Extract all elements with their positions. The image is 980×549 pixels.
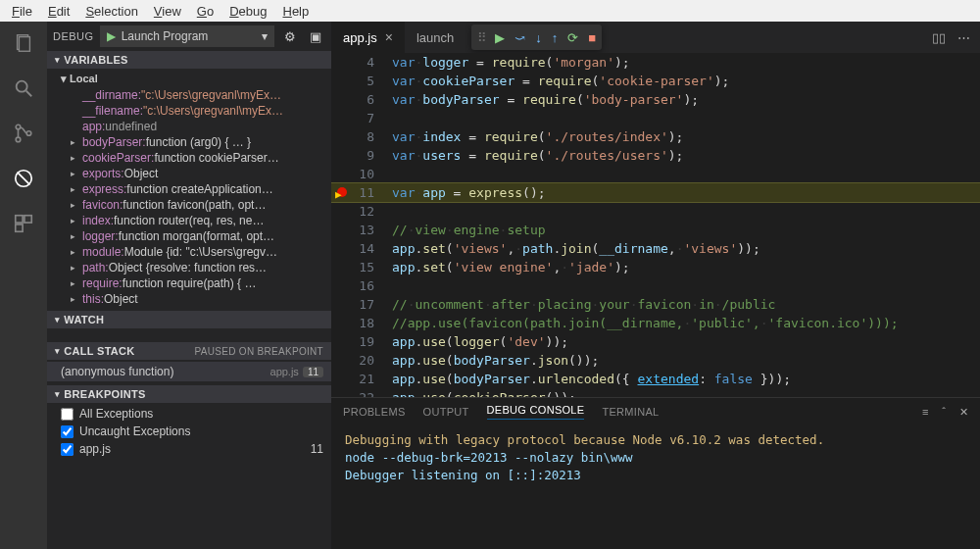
extensions-icon[interactable]	[10, 210, 37, 237]
section-breakpoints[interactable]: ▾BREAKPOINTS	[47, 385, 331, 403]
code-line[interactable]: 17//·uncomment·after·placing·your·favico…	[331, 295, 980, 314]
variable-row[interactable]: app: undefined	[47, 119, 331, 134]
variable-row[interactable]: ▸exports: Object	[47, 166, 331, 181]
stop-icon[interactable]: ■	[588, 30, 596, 45]
drag-handle-icon[interactable]: ⠿	[477, 30, 485, 45]
menu-file[interactable]: File	[4, 2, 40, 21]
breakpoint-checkbox[interactable]	[61, 425, 74, 438]
breakpoint-row[interactable]: Uncaught Exceptions	[47, 423, 331, 440]
panel-tab[interactable]: DEBUG CONSOLE	[487, 404, 585, 420]
close-icon[interactable]: ×	[385, 29, 393, 45]
step-into-icon[interactable]: ↓	[535, 30, 542, 45]
split-editor-icon[interactable]: ▯▯	[932, 30, 946, 45]
variable-row[interactable]: __dirname: "c:\Users\gregvanl\myEx…	[47, 87, 331, 103]
code-line[interactable]: 9var·users = require('./routes/users');	[331, 146, 980, 165]
continue-icon[interactable]: ▶	[495, 30, 505, 45]
panel-close-icon[interactable]: ✕	[959, 406, 968, 419]
variable-row[interactable]: ▸favicon: function favicon(path, opt…	[47, 197, 331, 213]
activity-bar	[0, 22, 47, 549]
svg-rect-1	[19, 37, 29, 52]
step-out-icon[interactable]: ↑	[552, 30, 559, 45]
debug-sidebar: DEBUG ▶ Launch Program ▾ ⚙ ▣ ▾VARIABLES …	[47, 22, 331, 549]
code-line[interactable]: 22app.use(cookieParser());	[331, 388, 980, 397]
search-icon[interactable]	[10, 75, 37, 102]
svg-line-8	[18, 173, 30, 185]
svg-point-6	[26, 131, 31, 136]
scope-local[interactable]: ▾ Local	[47, 71, 331, 87]
code-line[interactable]: 18//app.use(favicon(path.join(__dirname,…	[331, 314, 980, 332]
panel-tab[interactable]: PROBLEMS	[343, 406, 406, 418]
bottom-panel: PROBLEMSOUTPUTDEBUG CONSOLETERMINAL ≡ ˆ …	[331, 397, 980, 549]
menu-selection[interactable]: Selection	[77, 2, 145, 21]
variable-row[interactable]: ▸index: function router(req, res, ne…	[47, 213, 331, 228]
panel-maximize-icon[interactable]: ˆ	[942, 406, 946, 419]
menu-edit[interactable]: Edit	[40, 2, 77, 21]
editor-tabs: app.js×launch ⠿ ▶ ⤻ ↓ ↑ ⟳ ■ ▯▯ ⋯	[331, 22, 980, 53]
explorer-icon[interactable]	[10, 29, 37, 57]
menu-view[interactable]: View	[146, 2, 189, 21]
code-line[interactable]: 13//·view·engine·setup	[331, 221, 980, 239]
debug-toolbar[interactable]: ⠿ ▶ ⤻ ↓ ↑ ⟳ ■	[471, 25, 602, 50]
svg-point-5	[16, 137, 21, 142]
debug-label: DEBUG	[53, 30, 94, 42]
debug-config-select[interactable]: ▶ Launch Program ▾	[100, 25, 274, 47]
restart-icon[interactable]: ⟳	[567, 30, 578, 45]
variable-row[interactable]: ▸logger: function morgan(format, opt…	[47, 228, 331, 244]
editor-tab[interactable]: app.js×	[331, 22, 405, 53]
code-line[interactable]: 4var·logger = require('morgan');	[331, 53, 980, 72]
scm-icon[interactable]	[10, 120, 37, 147]
editor-tab[interactable]: launch	[405, 22, 466, 53]
section-callstack[interactable]: ▾CALL STACKPAUSED ON BREAKPOINT	[47, 342, 331, 360]
variable-row[interactable]: __filename: "c:\Users\gregvanl\myEx…	[47, 103, 331, 119]
code-line[interactable]: ▶11var·app = express();	[331, 183, 980, 202]
console-line: Debugging with legacy protocol because N…	[345, 431, 966, 449]
debug-config-name: Launch Program	[122, 29, 209, 43]
variable-row[interactable]: ▸bodyParser: function (arg0) { … }	[47, 134, 331, 150]
variable-row[interactable]: ▸express: function createApplication…	[47, 181, 331, 197]
variable-row[interactable]: ▸this: Object	[47, 291, 331, 307]
code-line[interactable]: 15app.set('view engine',·'jade');	[331, 258, 980, 276]
console-line: Debugger listening on [::]:20213	[345, 467, 966, 484]
panel-filter-icon[interactable]: ≡	[922, 406, 928, 419]
breakpoint-row[interactable]: app.js11	[47, 440, 331, 458]
debug-console-icon[interactable]: ▣	[306, 29, 325, 44]
menu-debug[interactable]: Debug	[221, 2, 274, 21]
svg-point-2	[17, 81, 27, 92]
panel-tab[interactable]: TERMINAL	[602, 406, 659, 418]
console-line: node --debug-brk=20213 --nolazy bin\www	[345, 449, 966, 467]
breakpoint-checkbox[interactable]	[61, 408, 74, 421]
breakpoint-row[interactable]: All Exceptions	[47, 405, 331, 423]
code-line[interactable]: 6var·bodyParser = require('body-parser')…	[331, 90, 980, 109]
svg-rect-11	[16, 225, 23, 231]
menu-help[interactable]: Help	[274, 2, 317, 21]
variable-row[interactable]: ▸module: Module {id: "c:\Users\gregv…	[47, 244, 331, 260]
code-line[interactable]: 20app.use(bodyParser.json());	[331, 351, 980, 370]
menu-go[interactable]: Go	[189, 2, 221, 21]
more-icon[interactable]: ⋯	[957, 30, 970, 45]
variable-row[interactable]: ▸require: function require(path) { …	[47, 275, 331, 291]
code-line[interactable]: 5var·cookieParser = require('cookie-pars…	[331, 72, 980, 90]
svg-rect-10	[24, 216, 31, 223]
breakpoint-checkbox[interactable]	[61, 443, 74, 456]
debug-icon[interactable]	[10, 165, 37, 192]
gear-icon[interactable]: ⚙	[280, 29, 300, 44]
menubar: FileEditSelectionViewGoDebugHelp	[0, 0, 980, 22]
code-line[interactable]: 16	[331, 276, 980, 295]
code-line[interactable]: 14app.set('views',·path.join(__dirname,·…	[331, 239, 980, 258]
code-editor[interactable]: 4var·logger = require('morgan');5var·coo…	[331, 53, 980, 397]
code-line[interactable]: 21app.use(bodyParser.urlencoded({ extend…	[331, 370, 980, 388]
code-line[interactable]: 12	[331, 202, 980, 221]
code-line[interactable]: 19app.use(logger('dev'));	[331, 332, 980, 351]
variable-row[interactable]: ▸path: Object {resolve: function res…	[47, 260, 331, 275]
variable-row[interactable]: ▸cookieParser: function cookieParser…	[47, 150, 331, 166]
callstack-frame[interactable]: (anonymous function) app.js 11	[47, 362, 331, 381]
step-over-icon[interactable]: ⤻	[514, 30, 525, 45]
code-line[interactable]: 8var·index = require('./routes/index');	[331, 127, 980, 146]
svg-rect-9	[16, 216, 23, 223]
section-variables[interactable]: ▾VARIABLES	[47, 51, 331, 69]
play-icon: ▶	[107, 29, 116, 43]
code-line[interactable]: 10	[331, 165, 980, 183]
code-line[interactable]: 7	[331, 109, 980, 127]
section-watch[interactable]: ▾WATCH	[47, 311, 331, 328]
panel-tab[interactable]: OUTPUT	[423, 406, 469, 418]
